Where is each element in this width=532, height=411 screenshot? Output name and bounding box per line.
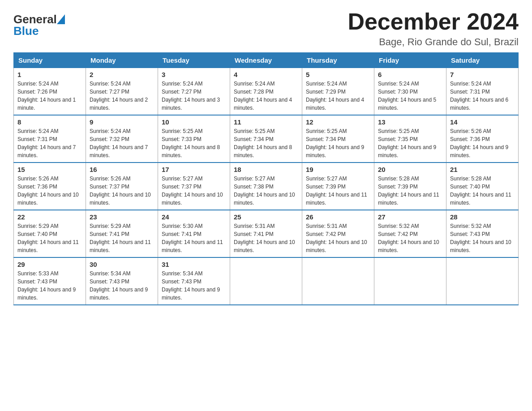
- calendar-cell: 28Sunrise: 5:32 AMSunset: 7:43 PMDayligh…: [446, 210, 519, 257]
- calendar-cell: 23Sunrise: 5:29 AMSunset: 7:41 PMDayligh…: [86, 210, 158, 257]
- calendar-cell: 16Sunrise: 5:26 AMSunset: 7:37 PMDayligh…: [86, 163, 158, 210]
- calendar-cell: 27Sunrise: 5:32 AMSunset: 7:42 PMDayligh…: [374, 210, 446, 257]
- day-header-tuesday: Tuesday: [158, 53, 230, 68]
- day-info: Sunrise: 5:27 AMSunset: 7:38 PMDaylight:…: [234, 175, 298, 207]
- svg-marker-0: [57, 14, 65, 24]
- day-number: 10: [162, 118, 226, 126]
- day-info: Sunrise: 5:24 AMSunset: 7:31 PMDaylight:…: [450, 80, 515, 112]
- day-info: Sunrise: 5:31 AMSunset: 7:42 PMDaylight:…: [306, 222, 370, 254]
- day-info: Sunrise: 5:33 AMSunset: 7:43 PMDaylight:…: [17, 270, 82, 302]
- calendar-cell: 7Sunrise: 5:24 AMSunset: 7:31 PMDaylight…: [446, 68, 519, 116]
- day-header-thursday: Thursday: [302, 53, 374, 68]
- day-number: 25: [234, 213, 298, 221]
- logo-general-text: General: [13, 13, 57, 25]
- day-info: Sunrise: 5:32 AMSunset: 7:43 PMDaylight:…: [450, 222, 515, 254]
- day-number: 14: [450, 118, 515, 126]
- day-info: Sunrise: 5:26 AMSunset: 7:36 PMDaylight:…: [450, 127, 515, 159]
- day-number: 19: [306, 166, 370, 173]
- day-number: 2: [90, 71, 154, 78]
- day-info: Sunrise: 5:32 AMSunset: 7:42 PMDaylight:…: [378, 222, 442, 254]
- day-info: Sunrise: 5:28 AMSunset: 7:40 PMDaylight:…: [450, 175, 515, 207]
- header-row: SundayMondayTuesdayWednesdayThursdayFrid…: [14, 53, 519, 68]
- calendar-cell: 25Sunrise: 5:31 AMSunset: 7:41 PMDayligh…: [230, 210, 302, 257]
- title-section: December 2024 Bage, Rio Grande do Sul, B…: [348, 9, 519, 48]
- calendar-table: SundayMondayTuesdayWednesdayThursdayFrid…: [13, 52, 519, 305]
- calendar-cell: 19Sunrise: 5:27 AMSunset: 7:39 PMDayligh…: [302, 163, 374, 210]
- day-info: Sunrise: 5:29 AMSunset: 7:40 PMDaylight:…: [17, 222, 82, 254]
- day-info: Sunrise: 5:24 AMSunset: 7:32 PMDaylight:…: [90, 127, 154, 159]
- day-info: Sunrise: 5:24 AMSunset: 7:30 PMDaylight:…: [378, 80, 442, 112]
- calendar-cell: 29Sunrise: 5:33 AMSunset: 7:43 PMDayligh…: [14, 257, 86, 305]
- calendar-cell: 14Sunrise: 5:26 AMSunset: 7:36 PMDayligh…: [446, 115, 519, 163]
- day-info: Sunrise: 5:34 AMSunset: 7:43 PMDaylight:…: [90, 270, 154, 302]
- calendar-cell: 1Sunrise: 5:24 AMSunset: 7:26 PMDaylight…: [14, 68, 86, 116]
- day-info: Sunrise: 5:26 AMSunset: 7:37 PMDaylight:…: [90, 175, 154, 207]
- day-number: 31: [162, 261, 226, 268]
- day-number: 9: [90, 118, 154, 126]
- day-info: Sunrise: 5:24 AMSunset: 7:27 PMDaylight:…: [162, 80, 226, 112]
- day-info: Sunrise: 5:25 AMSunset: 7:34 PMDaylight:…: [306, 127, 370, 159]
- calendar-cell: 5Sunrise: 5:24 AMSunset: 7:29 PMDaylight…: [302, 68, 374, 116]
- day-header-saturday: Saturday: [446, 53, 519, 68]
- calendar-cell: 30Sunrise: 5:34 AMSunset: 7:43 PMDayligh…: [86, 257, 158, 305]
- day-number: 15: [17, 166, 82, 173]
- day-info: Sunrise: 5:24 AMSunset: 7:31 PMDaylight:…: [17, 127, 82, 159]
- day-number: 26: [306, 213, 370, 221]
- calendar-cell: 12Sunrise: 5:25 AMSunset: 7:34 PMDayligh…: [302, 115, 374, 163]
- week-row-1: 1Sunrise: 5:24 AMSunset: 7:26 PMDaylight…: [14, 68, 519, 116]
- calendar-cell: 4Sunrise: 5:24 AMSunset: 7:28 PMDaylight…: [230, 68, 302, 116]
- day-info: Sunrise: 5:26 AMSunset: 7:36 PMDaylight:…: [17, 175, 82, 207]
- day-header-sunday: Sunday: [14, 53, 86, 68]
- day-number: 18: [234, 166, 298, 173]
- day-info: Sunrise: 5:28 AMSunset: 7:39 PMDaylight:…: [378, 175, 442, 207]
- calendar-cell: 20Sunrise: 5:28 AMSunset: 7:39 PMDayligh…: [374, 163, 446, 210]
- day-number: 4: [234, 71, 298, 78]
- day-number: 11: [234, 118, 298, 126]
- calendar-cell: [374, 257, 446, 305]
- day-number: 24: [162, 213, 226, 221]
- day-number: 5: [306, 71, 370, 78]
- week-row-5: 29Sunrise: 5:33 AMSunset: 7:43 PMDayligh…: [14, 257, 519, 305]
- day-header-friday: Friday: [374, 53, 446, 68]
- calendar-title: December 2024: [348, 9, 519, 34]
- day-info: Sunrise: 5:27 AMSunset: 7:39 PMDaylight:…: [306, 175, 370, 207]
- calendar-cell: [446, 257, 519, 305]
- day-number: 27: [378, 213, 442, 221]
- day-info: Sunrise: 5:27 AMSunset: 7:37 PMDaylight:…: [162, 175, 226, 207]
- day-number: 21: [450, 166, 515, 173]
- logo-triangle-icon: [57, 14, 65, 26]
- calendar-cell: 11Sunrise: 5:25 AMSunset: 7:34 PMDayligh…: [230, 115, 302, 163]
- calendar-cell: [302, 257, 374, 305]
- calendar-cell: 6Sunrise: 5:24 AMSunset: 7:30 PMDaylight…: [374, 68, 446, 116]
- day-info: Sunrise: 5:25 AMSunset: 7:34 PMDaylight:…: [234, 127, 298, 159]
- day-info: Sunrise: 5:31 AMSunset: 7:41 PMDaylight:…: [234, 222, 298, 254]
- day-number: 6: [378, 71, 442, 78]
- day-number: 22: [17, 213, 82, 221]
- day-number: 30: [90, 261, 154, 268]
- calendar-cell: 17Sunrise: 5:27 AMSunset: 7:37 PMDayligh…: [158, 163, 230, 210]
- page-header: General Blue December 2024 Bage, Rio Gra…: [13, 9, 519, 48]
- day-info: Sunrise: 5:24 AMSunset: 7:29 PMDaylight:…: [306, 80, 370, 112]
- day-info: Sunrise: 5:24 AMSunset: 7:28 PMDaylight:…: [234, 80, 298, 112]
- day-info: Sunrise: 5:34 AMSunset: 7:43 PMDaylight:…: [162, 270, 226, 302]
- day-number: 1: [17, 71, 82, 78]
- calendar-subtitle: Bage, Rio Grande do Sul, Brazil: [348, 36, 519, 48]
- day-info: Sunrise: 5:30 AMSunset: 7:41 PMDaylight:…: [162, 222, 226, 254]
- day-info: Sunrise: 5:29 AMSunset: 7:41 PMDaylight:…: [90, 222, 154, 254]
- calendar-cell: 18Sunrise: 5:27 AMSunset: 7:38 PMDayligh…: [230, 163, 302, 210]
- week-row-4: 22Sunrise: 5:29 AMSunset: 7:40 PMDayligh…: [14, 210, 519, 257]
- day-number: 8: [17, 118, 82, 126]
- logo-blue-text: Blue: [13, 24, 39, 38]
- week-row-3: 15Sunrise: 5:26 AMSunset: 7:36 PMDayligh…: [14, 163, 519, 210]
- day-number: 17: [162, 166, 226, 173]
- day-info: Sunrise: 5:25 AMSunset: 7:33 PMDaylight:…: [162, 127, 226, 159]
- calendar-cell: 15Sunrise: 5:26 AMSunset: 7:36 PMDayligh…: [14, 163, 86, 210]
- calendar-cell: 9Sunrise: 5:24 AMSunset: 7:32 PMDaylight…: [86, 115, 158, 163]
- day-number: 28: [450, 213, 515, 221]
- day-info: Sunrise: 5:25 AMSunset: 7:35 PMDaylight:…: [378, 127, 442, 159]
- day-number: 12: [306, 118, 370, 126]
- day-number: 29: [17, 261, 82, 268]
- calendar-cell: 13Sunrise: 5:25 AMSunset: 7:35 PMDayligh…: [374, 115, 446, 163]
- calendar-cell: 8Sunrise: 5:24 AMSunset: 7:31 PMDaylight…: [14, 115, 86, 163]
- calendar-cell: 26Sunrise: 5:31 AMSunset: 7:42 PMDayligh…: [302, 210, 374, 257]
